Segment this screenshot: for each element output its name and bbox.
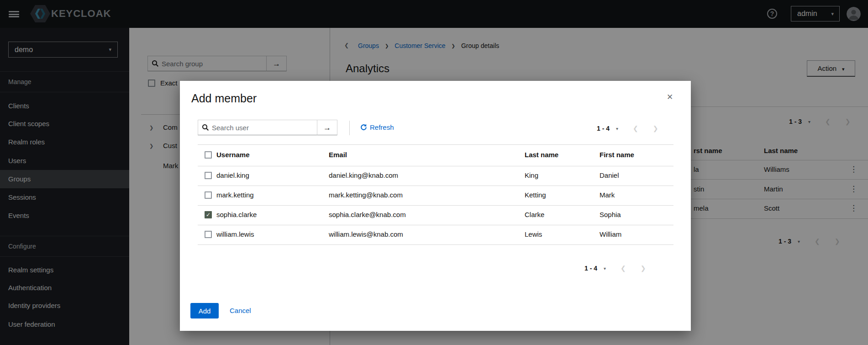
cell-email: daniel.king@knab.com [329, 171, 398, 179]
chevron-down-icon[interactable]: ▾ [616, 126, 618, 131]
user-row-checkbox[interactable] [205, 172, 212, 179]
col-email: Email [329, 151, 347, 159]
add-button[interactable]: Add [190, 303, 219, 318]
arrow-right-icon: → [323, 123, 331, 132]
cell-username: william.lewis [216, 230, 254, 238]
col-first-name: First name [600, 151, 634, 159]
user-row-checkbox[interactable] [205, 231, 212, 238]
user-row-checkbox[interactable] [205, 191, 212, 199]
cancel-button[interactable]: Cancel [230, 307, 251, 314]
cell-email: william.lewis@knab.com [329, 230, 403, 238]
col-last-name: Last name [525, 151, 558, 159]
search-user-input[interactable] [198, 120, 317, 135]
cell-email: mark.ketting@knab.com [329, 191, 403, 199]
cell-first-name: Mark [600, 191, 615, 199]
check-icon: ✓ [206, 212, 210, 218]
cell-first-name: Daniel [600, 171, 619, 179]
refresh-button[interactable]: Refresh [360, 123, 394, 131]
cell-last-name: Ketting [525, 191, 546, 199]
modal-pagination-bottom: 1 - 4 ▾ ❮ ❯ [584, 265, 646, 272]
divider [198, 144, 673, 145]
sync-icon [360, 124, 367, 131]
select-all-checkbox[interactable] [205, 151, 212, 159]
modal-title: Add member [191, 92, 257, 105]
add-member-modal: Add member ✕ → Refresh 1 - 4 ▾ ❮ ❯ Usern [180, 81, 691, 331]
chevron-down-icon[interactable]: ▾ [604, 266, 606, 271]
search-icon [202, 124, 209, 133]
divider [198, 205, 673, 206]
cell-first-name: William [600, 230, 621, 238]
next-page-icon[interactable]: ❯ [653, 125, 658, 132]
divider [198, 225, 673, 225]
cell-last-name: Lewis [525, 230, 542, 238]
modal-pagination-top: 1 - 4 ▾ ❮ ❯ [597, 125, 658, 132]
user-row-checkbox[interactable]: ✓ [205, 211, 212, 218]
divider [198, 186, 673, 186]
divider [198, 166, 673, 166]
col-username: Username [216, 151, 250, 159]
prev-page-icon[interactable]: ❮ [633, 125, 638, 132]
divider [198, 244, 673, 245]
search-user-submit-button[interactable]: → [317, 120, 337, 135]
cell-username: daniel.king [216, 171, 249, 179]
prev-page-icon[interactable]: ❮ [621, 265, 626, 272]
pagination-range: 1 - 4 [597, 125, 610, 132]
divider [349, 121, 350, 135]
cell-first-name: Sophia [600, 211, 621, 218]
next-page-icon[interactable]: ❯ [641, 265, 646, 272]
pagination-range: 1 - 4 [584, 265, 597, 272]
cell-username: sophia.clarke [216, 211, 257, 218]
keycloak-admin-console: KEYCLOAK ? admin ▾ demo ▾ Manage Clients… [0, 0, 868, 345]
cell-email: sophia.clarke@knab.com [329, 211, 406, 218]
cell-last-name: King [525, 171, 538, 179]
cell-last-name: Clarke [525, 211, 544, 218]
cell-username: mark.ketting [216, 191, 254, 199]
close-icon[interactable]: ✕ [667, 92, 673, 102]
